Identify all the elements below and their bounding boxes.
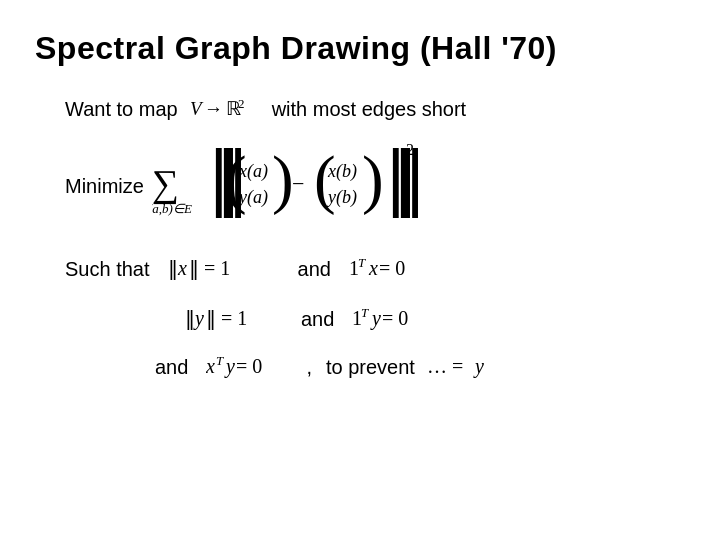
- want-label: Want to map: [65, 98, 178, 121]
- comma: ,: [306, 356, 312, 379]
- svg-text:y: y: [473, 355, 484, 378]
- svg-text:x(b): x(b): [327, 161, 357, 182]
- xty-svg: x T y = 0: [206, 351, 296, 383]
- 1ty-svg: 1 T y = 0: [352, 303, 447, 335]
- svg-text:y: y: [224, 355, 235, 378]
- 1tx-svg: 1 T x = 0: [349, 253, 444, 285]
- such-that-label: Such that: [65, 258, 150, 281]
- svg-text:T: T: [216, 353, 224, 368]
- minimize-line: Minimize ∑ (a,b)∈E ‖ ‖ ( x(a) y(a) ) −: [65, 141, 685, 231]
- minimize-formula-svg: ∑ (a,b)∈E ‖ ‖ ( x(a) y(a) ) − ( x(b): [152, 141, 472, 231]
- svg-text:= 0: = 0: [379, 257, 405, 279]
- content-area: Want to map V → ℝ 2 with most edges shor…: [35, 95, 685, 383]
- svg-text:y(a): y(a): [237, 187, 268, 208]
- prevent-formula-svg: … = y: [427, 351, 507, 383]
- svg-text:x: x: [177, 257, 187, 279]
- svg-text:V: V: [190, 98, 204, 119]
- svg-text:−: −: [292, 171, 304, 196]
- such-that-line: Such that ‖ x ‖ = 1 and 1 T x = 0: [65, 253, 685, 285]
- to-prevent-label: to prevent: [326, 356, 415, 379]
- norm-y-svg: ‖ y ‖ = 1: [185, 303, 275, 335]
- want-math-svg: V → ℝ 2: [190, 95, 258, 123]
- svg-text:2: 2: [238, 96, 245, 111]
- svg-text:y(b): y(b): [326, 187, 357, 208]
- svg-text:→: →: [204, 98, 223, 119]
- svg-text:‖ = 1: ‖ = 1: [189, 257, 230, 280]
- svg-text:): ): [362, 143, 384, 215]
- svg-text:x: x: [206, 355, 215, 377]
- norm-x-svg: ‖ x ‖ = 1: [168, 253, 258, 285]
- and-word-3: and: [155, 356, 188, 379]
- svg-text:‖: ‖: [168, 257, 178, 280]
- minimize-label: Minimize: [65, 175, 144, 198]
- slide: Spectral Graph Drawing (Hall '70) Want t…: [0, 0, 720, 540]
- svg-text:(a,b)∈E: (a,b)∈E: [152, 201, 192, 216]
- svg-text:T: T: [358, 255, 366, 270]
- svg-text:2: 2: [406, 141, 414, 158]
- want-line: Want to map V → ℝ 2 with most edges shor…: [65, 95, 685, 123]
- slide-title: Spectral Graph Drawing (Hall '70): [35, 30, 685, 67]
- want-suffix: with most edges short: [272, 98, 467, 121]
- svg-text:‖: ‖: [185, 307, 195, 330]
- svg-text:∑: ∑: [152, 162, 179, 205]
- svg-text:= 0: = 0: [236, 355, 262, 377]
- svg-text:y: y: [370, 307, 381, 330]
- svg-text:x(a): x(a): [238, 161, 268, 182]
- svg-text:x: x: [368, 257, 378, 279]
- svg-text:T: T: [361, 305, 369, 320]
- svg-text:y: y: [193, 307, 204, 330]
- svg-text:= 0: = 0: [382, 307, 408, 329]
- svg-text:): ): [272, 143, 294, 215]
- xty-line: and x T y = 0 , to prevent … = y: [65, 351, 685, 383]
- svg-text:… =: … =: [427, 355, 463, 377]
- and-word-1: and: [298, 258, 331, 281]
- norm-y-line: ‖ y ‖ = 1 and 1 T y = 0: [65, 303, 685, 335]
- and-word-2: and: [301, 308, 334, 331]
- svg-text:‖ = 1: ‖ = 1: [206, 307, 247, 330]
